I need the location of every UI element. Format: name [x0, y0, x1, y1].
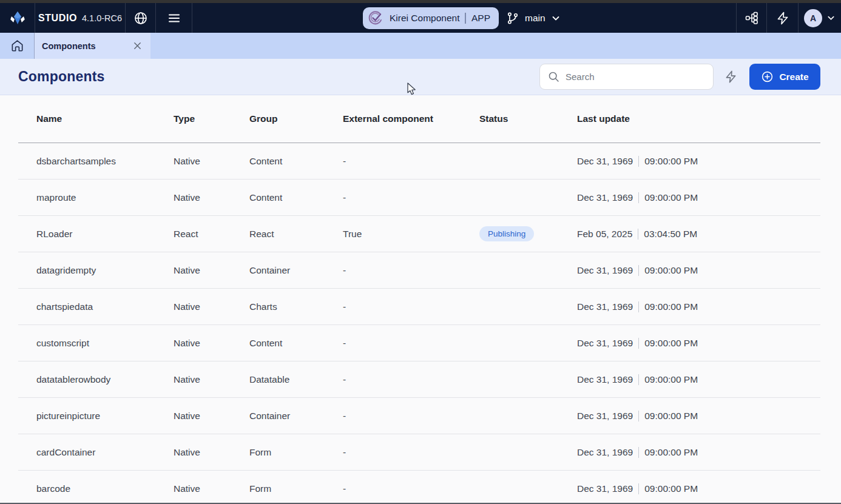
cell-group: Datatable	[249, 374, 343, 385]
product-version: 4.1.0-RC6	[82, 13, 122, 23]
table-row[interactable]: RLoader React React True Publishing Feb …	[18, 216, 820, 252]
language-button[interactable]	[126, 3, 156, 33]
date-time-divider	[638, 411, 639, 422]
column-header-last-update[interactable]: Last update	[577, 113, 820, 124]
update-time: 09:00:00 PM	[644, 483, 698, 494]
cell-external: -	[343, 411, 479, 422]
cell-name: chartspiedata	[18, 301, 174, 312]
hamburger-menu-icon	[167, 11, 181, 25]
cell-type: Native	[174, 156, 249, 167]
cell-name: RLoader	[18, 229, 174, 240]
update-time: 09:00:00 PM	[644, 338, 698, 349]
cell-name: dsbarchartsamples	[18, 156, 174, 167]
cell-external: -	[343, 483, 479, 494]
tab-close-button[interactable]	[133, 41, 142, 50]
lightning-icon	[775, 11, 790, 25]
quick-create-lightning-button[interactable]	[724, 70, 738, 84]
table-row[interactable]: datagridempty Native Container - Dec 31,…	[18, 252, 820, 289]
date-time-divider	[638, 338, 639, 349]
create-button[interactable]: Create	[749, 64, 820, 90]
app-logo-icon	[368, 10, 383, 26]
product-name: STUDIO	[38, 13, 77, 24]
branch-selector[interactable]: main	[506, 7, 561, 29]
page-header: Components Create	[0, 59, 841, 95]
cell-last-update: Dec 31, 1969 09:00:00 PM	[577, 338, 820, 349]
hierarchy-button[interactable]	[736, 3, 766, 33]
page-title: Components	[18, 69, 105, 85]
cell-name: maproute	[18, 192, 174, 203]
studio-logo[interactable]	[0, 3, 35, 33]
search-input[interactable]	[566, 72, 706, 82]
table-row[interactable]: maproute Native Content - Dec 31, 1969 0…	[18, 180, 820, 216]
cell-last-update: Dec 31, 1969 09:00:00 PM	[577, 265, 820, 276]
cell-group: Content	[249, 192, 343, 203]
update-time: 09:00:00 PM	[644, 301, 698, 312]
update-time: 09:00:00 PM	[644, 265, 698, 276]
cell-type: Native	[174, 447, 249, 458]
table-row[interactable]: customscript Native Content - Dec 31, 19…	[18, 325, 820, 361]
tab-components[interactable]: Components	[35, 33, 150, 59]
app-type-tag: APP	[471, 13, 490, 24]
cell-type: Native	[174, 192, 249, 203]
app-pill-label: Kirei Component APP	[390, 13, 490, 24]
table-row[interactable]: datatablerowbody Native Datatable - Dec …	[18, 361, 820, 398]
cell-external: True	[343, 229, 479, 240]
cell-name: pictureinpicture	[18, 411, 174, 422]
date-time-divider	[638, 483, 639, 494]
quick-actions-button[interactable]	[766, 3, 798, 33]
cell-last-update: Feb 05, 2025 03:04:50 PM	[577, 229, 820, 240]
cell-type: Native	[174, 338, 249, 349]
column-header-type[interactable]: Type	[174, 113, 249, 124]
date-time-divider	[638, 192, 639, 203]
update-date: Dec 31, 1969	[577, 411, 633, 422]
update-time: 09:00:00 PM	[644, 156, 698, 167]
cell-last-update: Dec 31, 1969 09:00:00 PM	[577, 411, 820, 422]
close-icon	[133, 41, 142, 50]
cell-type: React	[174, 229, 249, 240]
components-table: Name Type Group External component Statu…	[18, 95, 820, 504]
branch-chevron-down-icon	[551, 13, 561, 23]
cell-type: Native	[174, 374, 249, 385]
app-selector-pill[interactable]: Kirei Component APP	[363, 7, 499, 29]
branch-name: main	[525, 13, 545, 24]
cell-name: customscript	[18, 338, 174, 349]
table-row[interactable]: barcode Native Form - Dec 31, 1969 09:00…	[18, 471, 820, 504]
column-header-external[interactable]: External component	[343, 113, 479, 124]
column-header-group[interactable]: Group	[249, 113, 343, 124]
main-menu-button[interactable]	[156, 3, 192, 33]
update-date: Dec 31, 1969	[577, 338, 633, 349]
tab-bar: Components	[0, 33, 841, 59]
update-time: 09:00:00 PM	[644, 374, 698, 385]
update-time: 09:00:00 PM	[644, 192, 698, 203]
cell-type: Native	[174, 483, 249, 494]
table-row[interactable]: chartspiedata Native Charts - Dec 31, 19…	[18, 289, 820, 325]
date-time-divider	[638, 301, 639, 312]
cell-last-update: Dec 31, 1969 09:00:00 PM	[577, 374, 820, 385]
user-menu[interactable]: A	[798, 3, 841, 33]
search-box[interactable]	[539, 64, 714, 90]
create-button-label: Create	[779, 72, 808, 82]
table-row[interactable]: cardContainer Native Form - Dec 31, 1969…	[18, 434, 820, 471]
cell-external: -	[343, 374, 479, 385]
avatar: A	[804, 9, 822, 27]
date-time-divider	[638, 374, 639, 385]
table-body: dsbarchartsamples Native Content - Dec 3…	[18, 143, 820, 504]
column-header-name[interactable]: Name	[18, 113, 174, 124]
cell-external: -	[343, 156, 479, 167]
column-header-status[interactable]: Status	[479, 113, 577, 124]
tab-label: Components	[42, 41, 133, 51]
update-date: Dec 31, 1969	[577, 265, 633, 276]
cell-status: Publishing	[479, 226, 577, 241]
studio-logo-icon	[9, 10, 26, 27]
table-row[interactable]: dsbarchartsamples Native Content - Dec 3…	[18, 143, 820, 180]
plus-circle-icon	[761, 70, 774, 83]
cell-group: Content	[249, 156, 343, 167]
cell-type: Native	[174, 301, 249, 312]
cell-external: -	[343, 447, 479, 458]
table-row[interactable]: pictureinpicture Native Container - Dec …	[18, 398, 820, 434]
date-time-divider	[638, 229, 638, 240]
cell-last-update: Dec 31, 1969 09:00:00 PM	[577, 301, 820, 312]
app-pill-separator	[465, 13, 466, 24]
cell-external: -	[343, 338, 479, 349]
home-tab-button[interactable]	[0, 33, 35, 59]
